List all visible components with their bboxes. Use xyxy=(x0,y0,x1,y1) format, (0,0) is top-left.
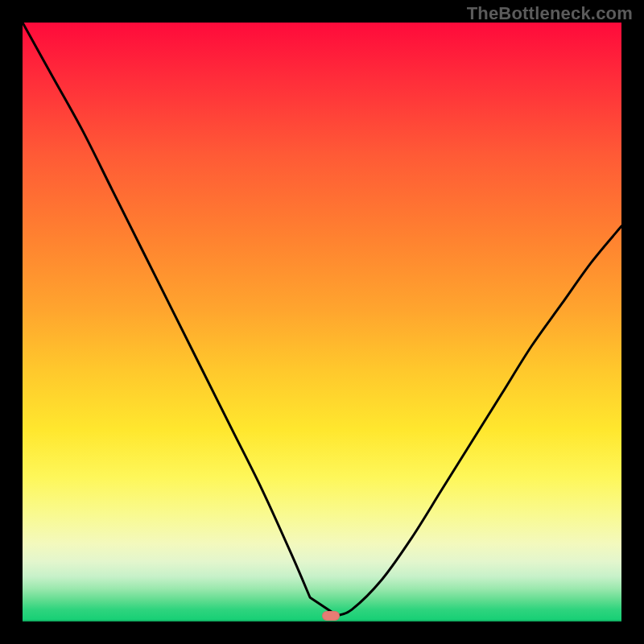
chart-frame: TheBottleneck.com xyxy=(0,0,644,644)
bottleneck-curve xyxy=(23,23,621,621)
baseline xyxy=(23,620,621,621)
plot-area xyxy=(23,23,621,621)
watermark-text: TheBottleneck.com xyxy=(467,3,633,24)
optimum-marker xyxy=(322,611,340,621)
